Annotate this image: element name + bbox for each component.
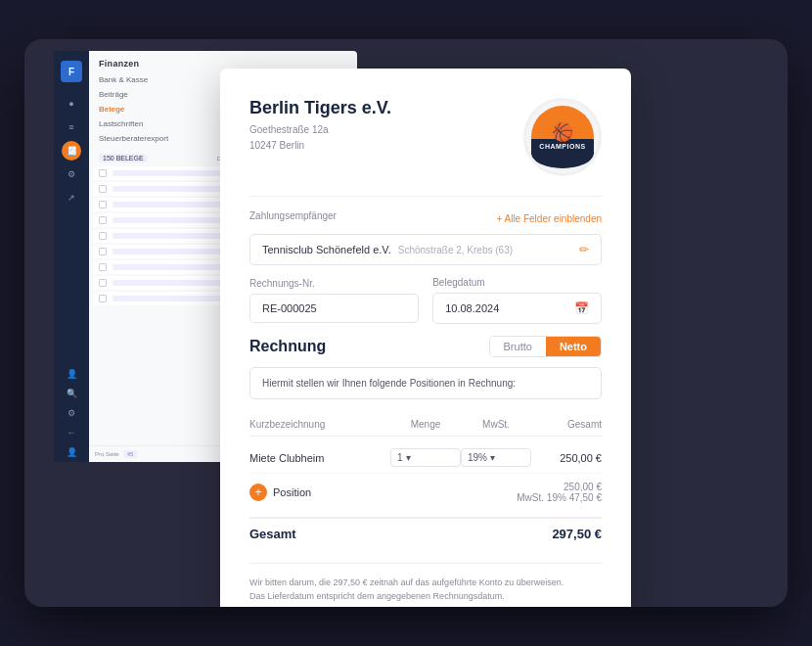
sidebar-icon-home[interactable]: ● xyxy=(62,94,81,114)
gesamt-label: Gesamt xyxy=(249,527,296,541)
item-menge: 1 ▾ xyxy=(390,448,461,467)
sidebar-icon-avatar[interactable]: 👤 xyxy=(62,442,81,462)
item-gesamt: 250,00 € xyxy=(531,452,602,464)
champions-text: CHAMPIONS xyxy=(539,143,585,150)
row-checkbox[interactable] xyxy=(99,279,107,287)
champions-logo: 🏀 CHAMPIONS xyxy=(523,98,602,176)
laptop-shell: F ● ≡ 🧾 ⚙ ↗ 👤 🔍 ⚙ ← 👤 Finanzen Bank & Ka… xyxy=(24,39,788,607)
col-menge-header: Menge xyxy=(390,419,461,430)
zahlungsempfaenger-header: Zahlungsempfänger + Alle Felder einblend… xyxy=(249,210,602,226)
sub-totals: 250,00 € MwSt. 19% 47,50 € xyxy=(517,482,602,503)
footer-line2: Das Lieferdatum entspricht dem angegeben… xyxy=(249,589,602,603)
invoice-date-row: Rechnungs-Nr. RE-000025 Belegdatum 10.08… xyxy=(249,277,602,324)
document-overlay: Berlin Tigers e.V. Goethestraße 12a 1024… xyxy=(220,69,631,607)
row-checkbox[interactable] xyxy=(99,248,107,255)
rechnung-nr-field: Rechnungs-Nr. RE-000025 xyxy=(249,278,419,323)
item-mwst: 19% ▾ xyxy=(461,448,531,467)
zahlungsempfaenger-field[interactable]: Tennisclub Schönefeld e.V. Schönstraße 2… xyxy=(249,234,602,265)
chevron-down-icon: ▾ xyxy=(490,452,495,463)
row-checkbox[interactable] xyxy=(99,232,107,240)
sidebar-icon-settings[interactable]: ⚙ xyxy=(62,164,81,184)
sidebar-icon-exit[interactable]: ← xyxy=(62,423,81,442)
rechnung-title: Rechnung xyxy=(249,338,326,355)
belegdatum-value-box[interactable]: 10.08.2024 📅 xyxy=(432,293,602,324)
section-divider xyxy=(249,196,602,197)
champions-inner: 🏀 CHAMPIONS xyxy=(531,106,594,168)
gesamt-value: 297,50 € xyxy=(552,527,602,541)
sidebar-icon-list[interactable]: ≡ xyxy=(62,117,81,137)
row-checkbox[interactable] xyxy=(99,216,107,224)
rechnung-nr-label: Rechnungs-Nr. xyxy=(249,278,419,289)
rechnung-nr-value-box[interactable]: RE-000025 xyxy=(249,294,419,323)
invoice-table-head: Kurzbezeichnung Menge MwSt. Gesamt xyxy=(249,413,602,437)
total-row: Gesamt 297,50 € xyxy=(249,517,602,549)
calendar-icon[interactable]: 📅 xyxy=(574,301,589,315)
count-badge: 150 BELEGE xyxy=(99,154,148,162)
invoice-table-row: Miete Clubheim 1 ▾ 19% ▾ 250,00 € xyxy=(249,442,602,474)
add-position-row: + Position 250,00 € MwSt. 19% 47,50 € xyxy=(249,474,602,511)
brutto-netto-toggle[interactable]: Brutto Netto xyxy=(489,336,602,357)
doc-header: Berlin Tigers e.V. Goethestraße 12a 1024… xyxy=(249,98,602,176)
edit-icon[interactable]: ✏ xyxy=(579,243,589,256)
champions-ball-icon: 🏀 xyxy=(552,121,573,143)
mwst-select[interactable]: 19% ▾ xyxy=(461,448,531,467)
pagination-label: Pro Seite xyxy=(95,451,119,457)
sidebar: F ● ≡ 🧾 ⚙ ↗ 👤 🔍 ⚙ ← 👤 xyxy=(54,51,89,462)
footer-text: Wir bitten darum, die 297,50 € zeitnah a… xyxy=(249,563,602,604)
chevron-down-icon: ▾ xyxy=(406,452,411,463)
sidebar-logo: F xyxy=(61,61,82,82)
pagination-value[interactable]: 45 xyxy=(123,450,138,458)
sidebar-icon-gear[interactable]: ⚙ xyxy=(62,403,81,423)
sidebar-icon-user[interactable]: 👤 xyxy=(62,364,81,384)
belegdatum-value: 10.08.2024 xyxy=(445,302,499,314)
rechnung-nr-value: RE-000025 xyxy=(262,302,317,314)
belegdatum-field: Belegdatum 10.08.2024 📅 xyxy=(432,277,602,324)
item-name: Miete Clubheim xyxy=(249,452,390,464)
add-position-label: Position xyxy=(273,486,311,498)
company-name: Berlin Tigers e.V. xyxy=(249,98,391,118)
belegdatum-label: Belegdatum xyxy=(432,277,602,288)
col-mwst-header: MwSt. xyxy=(461,419,531,430)
footer-line1: Wir bitten darum, die 297,50 € zeitnah a… xyxy=(249,576,602,589)
sub-mwst-value: MwSt. 19% 47,50 € xyxy=(517,492,602,503)
row-checkbox[interactable] xyxy=(99,185,107,193)
row-checkbox[interactable] xyxy=(99,295,107,302)
sidebar-icon-share[interactable]: ↗ xyxy=(62,188,81,208)
row-checkbox[interactable] xyxy=(99,201,107,208)
col-kurz-header: Kurzbezeichnung xyxy=(249,419,390,430)
sub-netto-value: 250,00 € xyxy=(517,482,602,492)
rechnung-header: Rechnung Brutto Netto xyxy=(249,336,602,357)
col-gesamt-header: Gesamt xyxy=(531,419,602,430)
sidebar-icon-search[interactable]: 🔍 xyxy=(62,384,81,403)
company-city: 10247 Berlin xyxy=(249,138,391,154)
menge-select[interactable]: 1 ▾ xyxy=(390,448,461,467)
sidebar-icon-receipt[interactable]: 🧾 xyxy=(62,141,81,161)
company-info: Berlin Tigers e.V. Goethestraße 12a 1024… xyxy=(249,98,391,154)
add-position-button[interactable]: + xyxy=(249,484,267,501)
row-checkbox[interactable] xyxy=(99,169,107,177)
zahlungsempfaenger-label: Zahlungsempfänger xyxy=(249,210,337,221)
company-street: Goethestraße 12a xyxy=(249,122,391,138)
show-all-fields-link[interactable]: + Alle Felder einblenden xyxy=(496,213,602,224)
brutto-button[interactable]: Brutto xyxy=(490,337,546,356)
zahlungsempfaenger-value: Tennisclub Schönefeld e.V. Schönstraße 2… xyxy=(262,244,513,255)
netto-button[interactable]: Netto xyxy=(546,337,601,356)
row-checkbox[interactable] xyxy=(99,263,107,271)
description-box: Hiermit stellen wir Ihnen folgende Posit… xyxy=(249,367,602,399)
